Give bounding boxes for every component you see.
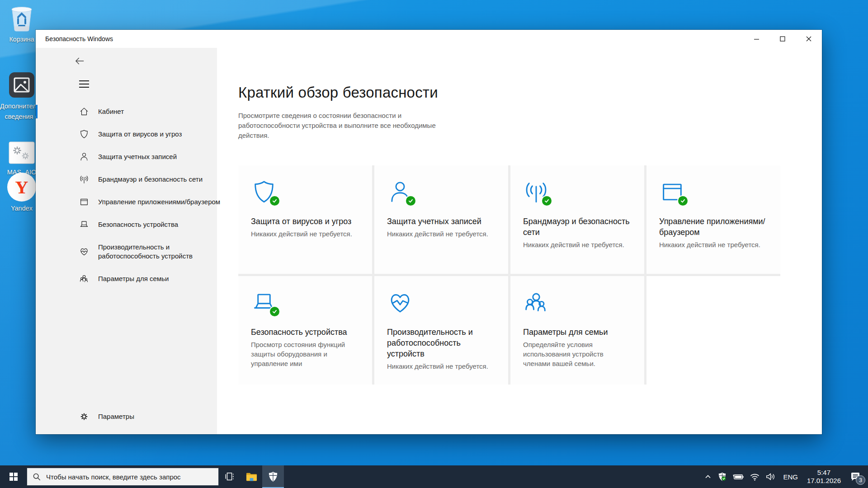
card-title: Брандмауэр и безопасность сети <box>523 216 632 238</box>
family-icon <box>523 290 549 316</box>
sidebar: Кабинет Защита от вирусов и угроз Защита… <box>36 48 217 434</box>
sidebar-item-firewall-network[interactable]: Брандмауэр и безопасность сети <box>36 168 217 191</box>
card-device-security[interactable]: Безопасность устройства Просмотр состоян… <box>238 276 372 385</box>
family-icon <box>79 274 89 284</box>
card-title: Параметры для семьи <box>523 327 632 338</box>
security-shield-icon <box>268 471 278 482</box>
desktop: Корзина Дополнительные сведения о MAS_AI… <box>0 0 868 488</box>
titlebar[interactable]: Безопасность Windows <box>36 30 822 48</box>
sidebar-item-family-options[interactable]: Параметры для семьи <box>36 267 217 290</box>
card-title: Защита учетных записей <box>387 216 495 227</box>
heart-pulse-icon <box>79 247 89 257</box>
sidebar-item-app-browser-control[interactable]: Управление приложениями/браузером <box>36 191 217 213</box>
card-device-performance[interactable]: Производительность и работоспособность у… <box>374 276 508 385</box>
card-account-protection[interactable]: Защита учетных записей Никаких действий … <box>374 165 508 274</box>
windows-security-taskbar-button[interactable] <box>262 465 284 488</box>
task-view-icon <box>225 472 235 482</box>
battery-tray-icon[interactable] <box>730 465 747 488</box>
card-title: Производительность и работоспособность у… <box>387 327 495 359</box>
maximize-button[interactable] <box>769 30 796 48</box>
card-status-text: Никаких действий не требуется. <box>251 229 359 239</box>
sidebar-item-virus-threat-protection[interactable]: Защита от вирусов и угроз <box>36 123 217 145</box>
home-icon <box>79 107 89 117</box>
minimize-button[interactable] <box>743 30 769 48</box>
back-button[interactable] <box>74 53 94 69</box>
back-arrow-icon <box>74 55 85 67</box>
sidebar-nav: Кабинет Защита от вирусов и угроз Защита… <box>36 100 217 290</box>
card-title: Безопасность устройства <box>251 327 359 338</box>
sidebar-item-account-protection[interactable]: Защита учетных записей <box>36 145 217 168</box>
shield-icon <box>79 129 89 139</box>
status-ok-badge <box>269 195 280 206</box>
wifi-tray-icon[interactable] <box>747 465 763 488</box>
heart-pulse-icon <box>387 290 413 316</box>
clock[interactable]: 5:47 17.01.2026 <box>802 469 845 485</box>
notification-count-badge: 3 <box>856 475 865 485</box>
clock-time: 5:47 <box>807 469 841 477</box>
status-ok-badge <box>405 195 416 206</box>
app-window-icon <box>79 197 89 207</box>
person-icon <box>79 152 89 162</box>
main-content: Краткий обзор безопасности Просмотрите с… <box>217 48 822 434</box>
laptop-icon <box>79 220 89 230</box>
card-family-options[interactable]: Параметры для семьи Определяйте условия … <box>510 276 644 385</box>
search-icon <box>33 473 41 481</box>
status-ok-badge <box>541 195 552 206</box>
page-title: Краткий обзор безопасности <box>238 84 822 101</box>
card-status-text: Никаких действий не требуется. <box>387 361 495 371</box>
card-title: Управление приложениями/браузером <box>659 216 768 238</box>
chevron-up-icon <box>704 473 712 480</box>
action-center-button[interactable]: 3 <box>845 465 868 488</box>
network-icon <box>79 174 89 184</box>
recycle-bin-icon <box>0 4 43 33</box>
status-ok-badge <box>269 306 280 317</box>
window-title: Безопасность Windows <box>36 35 743 42</box>
windows-logo-icon <box>9 473 18 481</box>
card-status-text: Просмотр состояния функций защиты оборуд… <box>251 340 359 368</box>
sidebar-item-device-security[interactable]: Безопасность устройства <box>36 213 217 236</box>
card-status-text: Никаких действий не требуется. <box>659 240 768 249</box>
card-title: Защита от вирусов и угроз <box>251 216 359 227</box>
task-view-button[interactable] <box>219 465 241 488</box>
sidebar-item-settings[interactable]: Параметры <box>36 405 217 428</box>
menu-button[interactable] <box>79 80 89 88</box>
sidebar-item-home[interactable]: Кабинет <box>36 100 217 123</box>
file-explorer-icon <box>246 472 257 482</box>
card-firewall-network[interactable]: Брандмауэр и безопасность сети Никаких д… <box>510 165 644 274</box>
system-tray: ENG 5:47 17.01.2026 3 <box>701 465 868 488</box>
card-virus-threat-protection[interactable]: Защита от вирусов и угроз Никаких действ… <box>238 165 372 274</box>
start-button[interactable] <box>0 465 27 488</box>
volume-tray-icon[interactable] <box>763 465 778 488</box>
close-button[interactable] <box>796 30 822 48</box>
sidebar-item-device-performance[interactable]: Производительность и работоспособность у… <box>36 236 217 267</box>
file-explorer-button[interactable] <box>241 465 262 488</box>
gear-icon <box>79 412 89 422</box>
taskbar: Чтобы начать поиск, введите здесь запрос <box>0 465 868 488</box>
status-ok-badge <box>677 195 689 206</box>
search-placeholder: Чтобы начать поиск, введите здесь запрос <box>46 473 181 481</box>
clock-date: 17.01.2026 <box>807 477 841 485</box>
cards-grid-empty-cell <box>646 276 780 385</box>
card-status-text: Никаких действий не требуется. <box>523 240 632 249</box>
language-indicator[interactable]: ENG <box>778 465 802 488</box>
security-tray-icon[interactable] <box>715 465 730 488</box>
yandex-letter: Y <box>7 173 36 202</box>
selected-indicator <box>36 105 38 118</box>
page-subtitle: Просмотрите сведения о состоянии безопас… <box>238 111 455 141</box>
card-status-text: Определяйте условия использования устрой… <box>523 340 632 368</box>
card-status-text: Никаких действий не требуется. <box>387 229 495 239</box>
cards-grid: Защита от вирусов и угроз Никаких действ… <box>238 165 780 385</box>
windows-security-window: Безопасность Windows <box>36 30 822 434</box>
show-hidden-icons-button[interactable] <box>701 465 715 488</box>
card-app-browser-control[interactable]: Управление приложениями/браузером Никаки… <box>646 165 780 274</box>
taskbar-search-box[interactable]: Чтобы начать поиск, введите здесь запрос <box>27 468 219 486</box>
